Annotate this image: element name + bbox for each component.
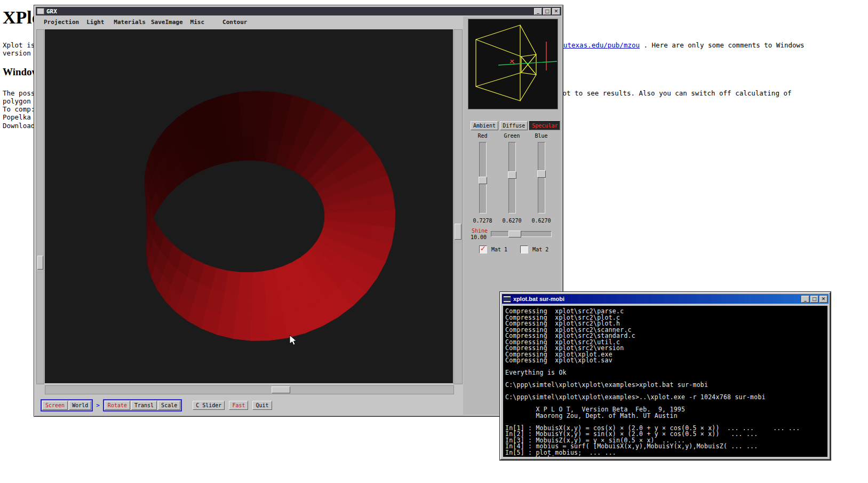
ftp-link[interactable]: utexas.edu/pub/mzou (563, 41, 640, 49)
mat2-label: Mat 2 (532, 247, 548, 252)
checkmark-icon: ✓ (480, 244, 486, 252)
page-text-fragment: Popelka (3, 113, 31, 121)
shine-label: Shine (472, 228, 488, 234)
blue-slider-thumb[interactable] (537, 170, 546, 178)
shine-value: 10.00 (471, 234, 487, 240)
shine-slider-track[interactable] (491, 231, 552, 237)
plot-canvas[interactable] (45, 29, 453, 383)
color-sliders: Red 0.7278 Green 0.6270 Blue (468, 133, 556, 224)
bottom-scrollbar[interactable] (45, 385, 454, 394)
console-icon (503, 296, 511, 303)
console-line: Everything is Ok (505, 369, 825, 375)
frustum-wireframe (468, 19, 558, 109)
console-title: xplot.bat sur-mobi (513, 296, 564, 302)
group-separator-icon: > (96, 402, 100, 409)
scale-button[interactable]: Scale (158, 401, 180, 410)
console-line: Compressing xplot\src2\standard.c (505, 332, 825, 338)
quit-button[interactable]: Quit (252, 401, 272, 410)
minimize-button[interactable]: _ (801, 296, 809, 303)
light-tab-row: Ambient Diffuse Specular (471, 121, 560, 130)
close-button[interactable]: ✕ (819, 296, 827, 303)
shine-slider-thumb[interactable] (508, 231, 521, 237)
menu-light[interactable]: Light (86, 19, 104, 26)
page-text-fragment: lot to see results. Also you can switch … (559, 89, 792, 97)
page-text-fragment: polygon (3, 97, 31, 105)
right-scrollbar-thumb[interactable] (455, 224, 461, 240)
right-scrollbar[interactable] (453, 29, 463, 384)
red-slider-track[interactable] (479, 142, 487, 213)
menu-projection[interactable]: Projection (44, 19, 79, 26)
grx-toolbar: Screen World > Rotate Transl Scale C Sli… (41, 399, 272, 411)
page-text-fragment: Download (3, 122, 35, 130)
green-slider-value: 0.6270 (502, 218, 521, 224)
mat1-checkbox[interactable]: ✓ (479, 246, 487, 254)
console-line: Compressing xplot\src2\util.c (505, 338, 825, 345)
red-slider-label: Red (477, 133, 487, 139)
mat2-checkbox[interactable] (520, 246, 528, 254)
screen: XPlot Xplot is version Windows The poss … (0, 0, 868, 483)
grx-titlebar[interactable]: GRX _ □ ✕ (36, 7, 561, 15)
green-slider: Green 0.6270 (497, 133, 527, 224)
console-line: C:\ppp\simtel\xplot\xplot\examples>xplot… (505, 381, 825, 387)
console-window: xplot.bat sur-mobi _ □ ✕ Compressing xpl… (500, 292, 831, 460)
console-titlebar[interactable]: xplot.bat sur-mobi _ □ ✕ (502, 294, 829, 304)
console-line: Compressing xplot\src2\version (505, 344, 825, 351)
red-slider-thumb[interactable] (479, 177, 487, 184)
blue-slider-value: 0.6270 (531, 218, 551, 224)
maximize-button[interactable]: □ (543, 8, 551, 15)
minimize-button[interactable]: _ (534, 8, 542, 15)
green-slider-track[interactable] (508, 142, 516, 213)
console-line: Compressing xplot\src2\scanner.c (505, 326, 825, 332)
diffuse-tab[interactable]: Diffuse (500, 121, 528, 130)
menu-saveimage[interactable]: SaveImage (151, 19, 183, 26)
bottom-scrollbar-thumb[interactable] (272, 386, 290, 393)
left-scrollbar[interactable] (36, 29, 44, 384)
console-line: Compressing xplot\src2\plot.c (505, 314, 825, 320)
page-text-fragment: Xplot is (3, 41, 35, 49)
page-text-fragment: . Here are only some comments to Windows (640, 41, 805, 49)
console-line: In[4] : mobius = surf( [MobuisX(x,y),Mob… (505, 442, 825, 449)
menu-contour[interactable]: Contour (222, 19, 247, 26)
green-slider-label: Green (504, 133, 520, 139)
blue-slider-label: Blue (535, 133, 547, 139)
mat1-label: Mat 1 (491, 247, 507, 252)
fast-button[interactable]: Fast (229, 401, 248, 410)
menu-materials[interactable]: Materials (114, 19, 146, 26)
console-line: X P L O T, Version Beta Feb. 9, 1995 (505, 406, 825, 412)
red-slider-value: 0.7278 (473, 218, 492, 224)
page-text-fragment: version (3, 49, 31, 57)
close-button[interactable]: ✕ (552, 8, 560, 15)
world-button[interactable]: World (69, 401, 91, 410)
left-scrollbar-thumb[interactable] (37, 256, 43, 270)
grx-window-title: GRX (46, 8, 57, 15)
camera-preview[interactable] (468, 19, 558, 109)
specular-tab[interactable]: Specular (529, 121, 560, 130)
shine-control: Shine 10.00 (471, 228, 557, 242)
green-slider-thumb[interactable] (508, 171, 516, 179)
blue-slider: Blue 0.6270 (527, 133, 556, 224)
console-line: Compressing xplot\src2\parse.c (505, 307, 825, 314)
console-output[interactable]: Compressing xplot\src2\parse.cCompressin… (503, 306, 827, 457)
blue-slider-track[interactable] (538, 142, 545, 213)
rotate-button[interactable]: Rotate (105, 401, 130, 410)
grx-window-icon (37, 8, 44, 14)
console-line: Compressing xplot\xplot.sav (505, 357, 825, 363)
page-text-line: utexas.edu/pub/mzou . Here are only some… (563, 41, 805, 49)
red-axis-icon (510, 42, 546, 70)
red-slider: Red 0.7278 (468, 133, 497, 224)
screen-button[interactable]: Screen (42, 401, 68, 410)
grx-menubar: Projection Light Materials SaveImage Mis… (36, 17, 495, 27)
material-checkbox-row: ✓ Mat 1 Mat 2 (479, 246, 548, 254)
grx-window: GRX _ □ ✕ Projection Light Materials Sav… (34, 5, 563, 416)
console-line: C:\ppp\simtel\xplot\xplot\examples>..\xp… (505, 393, 825, 400)
c-slider-button[interactable]: C Slider (193, 401, 225, 410)
console-line: Working ..._ (505, 455, 825, 457)
console-line: Maorong Zou, Dept. of Math. UT Austin (505, 412, 825, 418)
page-text-fragment: The poss (3, 89, 35, 97)
console-line: In[1] : MobuisX(x,y) = cos(x) × (2.0 + y… (505, 424, 825, 431)
ambient-tab[interactable]: Ambient (471, 121, 498, 130)
menu-misc[interactable]: Misc (190, 19, 205, 26)
transform-button-group: Rotate Transl Scale (103, 399, 182, 411)
maximize-button[interactable]: □ (810, 296, 818, 303)
translate-button[interactable]: Transl (131, 401, 157, 410)
